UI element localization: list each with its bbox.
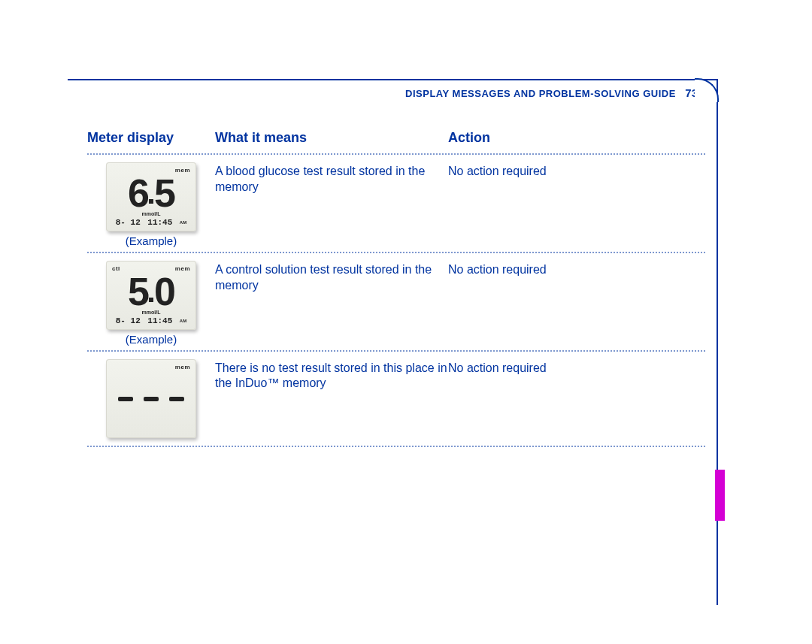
col-header-display: Meter display: [87, 130, 215, 146]
divider: [87, 252, 705, 253]
divider: [87, 153, 705, 155]
divider: [87, 350, 705, 352]
action-cell: No action required: [448, 162, 705, 247]
meter-display-icon: ctl mem 50 mmol/L 8- 12 11:45 AM: [106, 261, 196, 330]
action-cell: No action required: [448, 359, 705, 441]
frame-border-right: [717, 79, 718, 605]
lcd-time: 11:45: [147, 316, 172, 325]
header-title: DISPLAY MESSAGES AND PROBLEM-SOLVING GUI…: [405, 88, 676, 99]
content-area: Meter display What it means Action mem 6…: [87, 130, 705, 455]
lcd-ampm: AM: [180, 319, 186, 323]
meaning-cell: A control solution test result stored in…: [215, 261, 448, 346]
lcd-ampm: AM: [180, 220, 186, 225]
column-headers: Meter display What it means Action: [87, 130, 705, 152]
lcd-value: 50: [112, 274, 190, 310]
lcd-ctl-label: ctl: [112, 265, 120, 273]
lcd-mem-label: mem: [175, 265, 190, 273]
page-header: DISPLAY MESSAGES AND PROBLEM-SOLVING GUI…: [405, 86, 698, 100]
lcd-mem-label: mem: [175, 364, 190, 371]
example-caption: (Example): [126, 333, 177, 346]
col-header-meaning: What it means: [215, 130, 448, 146]
lcd-mem-label: mem: [175, 167, 190, 174]
lcd-unit: mmol/L: [112, 211, 190, 216]
meter-display-icon: mem: [106, 359, 196, 438]
lcd-empty-dashes-icon: [112, 397, 190, 401]
meter-display-icon: mem 65 mmol/L 8- 12 11:45 AM: [106, 162, 196, 231]
lcd-date: 8- 12: [116, 218, 141, 227]
action-cell: No action required: [448, 261, 705, 346]
lcd-date: 8- 12: [116, 316, 141, 325]
divider: [87, 446, 705, 447]
lcd-value: 65: [112, 176, 190, 211]
lcd-time: 11:45: [147, 218, 172, 227]
table-row: mem 65 mmol/L 8- 12 11:45 AM (Example) A…: [87, 162, 705, 247]
document-page: DISPLAY MESSAGES AND PROBLEM-SOLVING GUI…: [81, 79, 720, 605]
section-tab-magenta: [715, 470, 725, 521]
table-row: mem There is no test result stored in th…: [87, 359, 705, 441]
meaning-cell: There is no test result stored in this p…: [215, 359, 448, 441]
example-caption: (Example): [126, 234, 177, 247]
lcd-unit: mmol/L: [112, 310, 190, 315]
frame-corner: [695, 78, 719, 102]
meaning-cell: A blood glucose test result stored in th…: [215, 162, 448, 247]
frame-border-top: [68, 79, 718, 80]
col-header-action: Action: [448, 130, 705, 146]
table-row: ctl mem 50 mmol/L 8- 12 11:45 AM (Exampl…: [87, 261, 705, 346]
